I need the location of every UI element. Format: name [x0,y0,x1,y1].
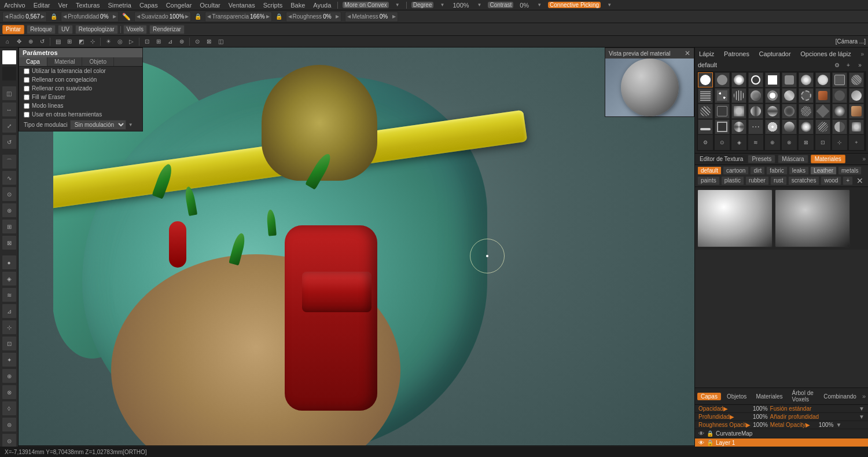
option0-checkbox[interactable] [24,68,30,74]
brush-icon-6[interactable]: ⊠ [799,135,814,150]
brush-preset-32[interactable] [731,119,746,134]
fusion-dropdown[interactable]: ▼ [859,405,865,412]
paint-tool7[interactable]: ✦ [2,352,17,367]
tex-tab-mascara[interactable]: Máscara [778,155,808,163]
add-depth-label[interactable]: Añadir profundidad [770,414,819,420]
brush-preset-34[interactable] [765,119,780,134]
paint-tool6[interactable]: ⊡ [2,336,17,351]
paint-tool8[interactable]: ⊕ [2,368,17,383]
more-options-icon[interactable]: » [860,51,864,57]
paint-tool9[interactable]: ⊗ [2,385,17,400]
brush-preset-17[interactable] [815,88,830,103]
brush-preset-5[interactable] [782,72,797,87]
brush-preset-27[interactable] [815,104,830,119]
sculpt-tool2[interactable]: ∿ [2,170,17,185]
mat-tag-leather[interactable]: Leather [810,166,837,175]
degree-dropdown-arrow[interactable]: ▼ [438,2,446,8]
paint-tool10[interactable]: ◊ [2,401,17,416]
mat-preview-close[interactable]: ✕ [685,49,690,57]
menu-ayuda[interactable]: Ayuda [311,2,333,9]
rotate-icon[interactable]: ↺ [37,36,47,47]
option4-checkbox[interactable] [24,103,30,109]
mat-tag-add[interactable]: + [843,176,853,185]
option1-checkbox[interactable] [24,77,30,83]
metal-right-arrow[interactable]: ▶ [392,14,396,19]
brush-preset-6[interactable] [799,72,814,87]
mat-tag-default[interactable]: default [697,166,722,175]
connective-arrow[interactable]: ▼ [605,2,613,8]
option3-checkbox[interactable] [24,94,30,100]
contrast-badge[interactable]: Contrast [488,2,513,8]
brush-preset-22[interactable] [731,104,746,119]
suav-right-arrow[interactable]: ▶ [185,14,189,19]
tex-more-icon[interactable]: » [862,156,866,162]
mat-tag-rubber[interactable]: rubber [745,176,769,185]
menu-congelar[interactable]: Congelar [164,2,194,9]
brush-icon-8[interactable]: ⊹ [832,135,847,150]
brush-icon-9[interactable]: + [849,135,864,150]
layers-tab-materiales[interactable]: Materiales [752,393,786,400]
trans-left-arrow[interactable]: ◀ [207,14,211,19]
brush-preset-16[interactable] [799,88,814,103]
option2-checkbox[interactable] [24,86,30,92]
preset-add-icon[interactable]: + [843,60,854,70]
brush-preset-15[interactable] [782,88,797,103]
brush-icon-5[interactable]: ⊗ [782,135,797,150]
view2-icon[interactable]: ⊞ [64,36,75,47]
brush-preset-12[interactable] [731,88,746,103]
brush-preset-31[interactable] [715,119,730,134]
mat-tag-rust[interactable]: rust [770,176,787,185]
mat-tag-leaks[interactable]: leaks [789,166,809,175]
layers-tab-capas[interactable]: Capas [697,393,721,400]
more-icon[interactable]: ⊛ [176,36,187,47]
suav-left-arrow[interactable]: ◀ [137,14,140,19]
mat-tag-cartoon[interactable]: cartoon [723,166,749,175]
rotate-tool[interactable]: ↺ [2,134,17,149]
flat-icon[interactable]: ◫ [215,36,226,47]
menu-scripts[interactable]: Scripts [262,2,285,9]
home-icon[interactable]: ⌂ [2,36,13,47]
menu-texturas[interactable]: Texturas [74,2,102,9]
retopologizar-button[interactable]: Retopologizar [75,25,118,34]
axis-icon[interactable]: ⊹ [87,36,98,47]
grid-icon[interactable]: ⊞ [153,36,164,47]
paint-tool2[interactable]: ◈ [2,271,17,286]
mat-tag-metals[interactable]: metals [838,166,862,175]
option5-checkbox[interactable] [24,112,30,118]
brush-icon-3[interactable]: ≋ [748,135,763,150]
move-icon[interactable]: ✥ [14,36,24,47]
rough-right-arrow[interactable]: ▶ [336,14,339,19]
snap-icon[interactable]: ⊡ [142,36,152,47]
menu-ocultar[interactable]: Ocultar [198,2,222,9]
menu-capas[interactable]: Capas [138,2,160,9]
layer-eye-layer1[interactable]: 👁 [698,440,704,446]
brush-preset-35[interactable] [782,119,797,134]
prof-right-arrow[interactable]: ▶ [113,14,116,19]
paint-tool11[interactable]: ⊜ [2,417,17,432]
connective-picking-badge[interactable]: Connective Picking [548,2,601,8]
brush-preset-14[interactable] [765,88,780,103]
mat-close-btn[interactable]: ✕ [856,176,863,185]
brush-preset-7[interactable] [815,72,830,87]
brush-icon-1[interactable]: ⊙ [715,135,730,150]
layer-eye-curvature[interactable]: 👁 [698,430,704,437]
brush-preset-24[interactable] [765,104,780,119]
mat-tag-paints[interactable]: paints [697,176,720,185]
view3-icon[interactable]: ◩ [76,36,86,47]
brush-preset-3[interactable] [748,72,763,87]
layer-lock-layer1[interactable]: 🔒 [707,440,713,446]
retoque-button[interactable]: Retoque [27,25,56,34]
light2-icon[interactable]: ◎ [115,36,125,47]
opacity-label[interactable]: Opacidad▶ [698,405,751,412]
pintar-button[interactable]: Pintar [2,25,24,34]
brush-icon-7[interactable]: ⊡ [815,135,830,150]
brush-preset-19[interactable] [849,88,864,103]
color-black-btn[interactable] [2,66,17,81]
sculpt-tool6[interactable]: ⊠ [2,235,17,250]
renderizar-button[interactable]: Renderizar [149,25,185,34]
trans-right-arrow[interactable]: ▶ [266,14,270,19]
brush-preset-20[interactable] [698,104,713,119]
brush-icon-2[interactable]: ◈ [731,135,746,150]
sculpt-tool5[interactable]: ⊞ [2,219,17,234]
paint-tool3[interactable]: ≋ [2,287,17,302]
